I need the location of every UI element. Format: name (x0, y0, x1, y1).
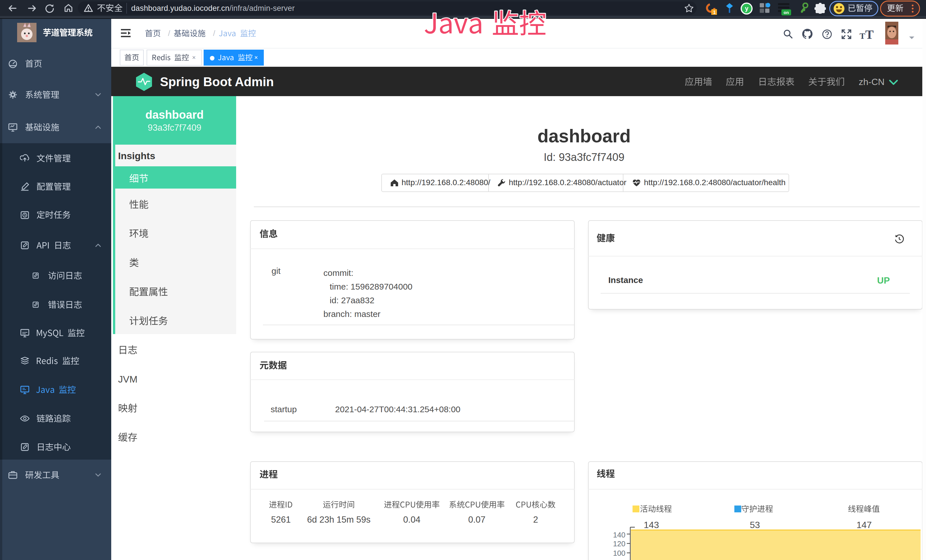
svg-text:on: on (784, 10, 789, 15)
svg-text:y: y (745, 5, 749, 12)
svg-text:1: 1 (713, 10, 716, 15)
